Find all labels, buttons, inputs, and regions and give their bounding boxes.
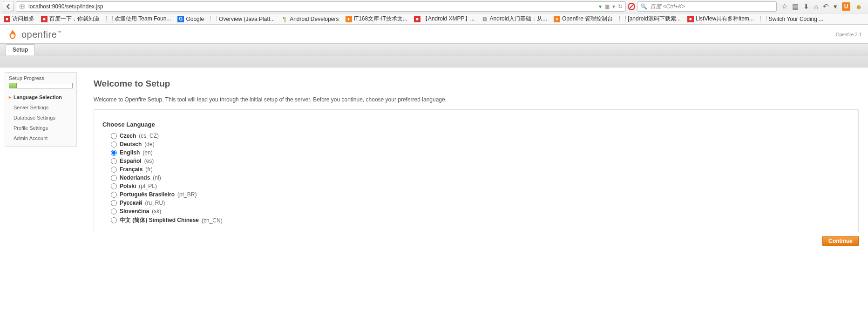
bookmark-label: 【Android XMPP】... bbox=[422, 15, 475, 23]
language-name: Русский bbox=[120, 200, 142, 206]
reload-icon[interactable]: ↻ bbox=[618, 3, 623, 10]
bookmark-favicon bbox=[106, 16, 113, 22]
search-bar[interactable]: 🔍 百度 <Ctrl+K> bbox=[637, 1, 777, 12]
bookmark-item[interactable]: Overview (Java Platf... bbox=[210, 16, 275, 22]
bookmark-item[interactable]: ♦IT168文库-IT技术文... bbox=[346, 15, 407, 23]
bookmark-item[interactable]: ■百度一下，你就知道 bbox=[41, 15, 100, 23]
bookmark-item[interactable]: ♦Openfire 管理控制台 bbox=[554, 15, 613, 23]
tab-bar: Setup bbox=[0, 43, 868, 55]
bookmark-item[interactable]: [android源码下载索... bbox=[619, 15, 680, 23]
progress-step[interactable]: Admin Account bbox=[9, 133, 73, 143]
language-option: Deutsch (de) bbox=[111, 140, 850, 148]
progress-step[interactable]: Server Settings bbox=[9, 102, 73, 113]
openfire-logo-icon bbox=[7, 28, 19, 40]
bookmark-label: Overview (Java Platf... bbox=[219, 16, 275, 22]
logo-text: openfire™ bbox=[21, 29, 61, 40]
language-radio[interactable] bbox=[111, 217, 117, 223]
language-radio[interactable] bbox=[111, 175, 117, 181]
home-icon[interactable]: ⌂ bbox=[814, 3, 818, 11]
language-code: (pt_BR) bbox=[177, 191, 197, 198]
progress-step[interactable]: Profile Settings bbox=[9, 123, 73, 133]
language-radio[interactable] bbox=[111, 158, 117, 164]
language-code: (zh_CN) bbox=[202, 217, 223, 224]
language-label[interactable]: 中文 (简体) Simplified Chinese (zh_CN) bbox=[111, 216, 850, 224]
choose-language-label: Choose Language bbox=[102, 121, 850, 128]
undo-icon[interactable]: ↶ bbox=[823, 2, 829, 11]
bookmark-item[interactable]: 欢迎使用 Team Foun... bbox=[106, 15, 171, 23]
sidebar: Setup Progress Language SelectionServer … bbox=[0, 67, 77, 255]
bookmark-item[interactable]: Switch Your Coding ... bbox=[760, 16, 823, 22]
bookmark-favicon: ¶ bbox=[281, 16, 288, 22]
language-name: Français bbox=[120, 166, 142, 173]
language-option: 中文 (简体) Simplified Chinese (zh_CN) bbox=[111, 215, 850, 225]
bookmark-label: ListView具有多种item... bbox=[696, 15, 754, 23]
bookmark-item[interactable]: ▥Android入门基础：从... bbox=[481, 15, 547, 23]
language-radio[interactable] bbox=[111, 167, 117, 173]
language-label[interactable]: Czech (cs_CZ) bbox=[111, 133, 850, 139]
continue-button[interactable]: Continue bbox=[822, 236, 859, 246]
language-name: Deutsch bbox=[120, 141, 142, 147]
download-icon[interactable]: ⬇ bbox=[803, 2, 809, 11]
bookmark-label: Switch Your Coding ... bbox=[769, 16, 823, 22]
bookmark-item[interactable]: GGoogle bbox=[177, 16, 204, 22]
language-option: Nederlands (nl) bbox=[111, 174, 850, 182]
bookmark-favicon: G bbox=[177, 16, 184, 22]
bookmark-item[interactable]: ¶Android Developers bbox=[281, 16, 339, 22]
bookmark-item[interactable]: ■【Android XMPP】... bbox=[414, 15, 475, 23]
language-option: Español (es) bbox=[111, 157, 850, 165]
face-icon[interactable]: ☻ bbox=[855, 3, 862, 11]
bookmark-favicon: ■ bbox=[687, 16, 694, 22]
language-label[interactable]: Polski (pl_PL) bbox=[111, 183, 850, 189]
language-radio[interactable] bbox=[111, 150, 117, 156]
language-name: English bbox=[120, 149, 140, 156]
language-code: (sk) bbox=[152, 208, 161, 214]
language-label[interactable]: Português Brasileiro (pt_BR) bbox=[111, 191, 850, 198]
browser-chrome: localhost:9090/setup/index.jsp ▾ ▦ ▾ ↻ 🔍… bbox=[0, 0, 868, 25]
language-radio[interactable] bbox=[111, 192, 117, 198]
bookmark-item[interactable]: ■ListView具有多种item... bbox=[687, 15, 754, 23]
language-radio[interactable] bbox=[111, 183, 117, 189]
language-name: Nederlands bbox=[120, 174, 150, 181]
back-button[interactable] bbox=[3, 1, 14, 12]
noscript-icon[interactable] bbox=[628, 3, 635, 10]
language-label[interactable]: Français (fr) bbox=[111, 166, 850, 173]
language-label[interactable]: Deutsch (de) bbox=[111, 141, 850, 147]
sidebar-title: Setup Progress bbox=[9, 75, 73, 81]
more-icon[interactable]: ▾ bbox=[834, 2, 837, 11]
language-label[interactable]: Slovenčina (sk) bbox=[111, 208, 850, 214]
language-label[interactable]: English (en) bbox=[111, 149, 850, 156]
bookmark-label: 欢迎使用 Team Foun... bbox=[115, 15, 171, 23]
bookmark-item[interactable]: ■访问最多 bbox=[4, 15, 34, 23]
bookmark-label: [android源码下载索... bbox=[628, 15, 680, 23]
language-code: (en) bbox=[142, 149, 152, 156]
language-option: Slovenčina (sk) bbox=[111, 207, 850, 215]
language-code: (ru_RU) bbox=[145, 200, 165, 206]
star-icon[interactable]: ☆ bbox=[781, 2, 787, 11]
app-header: openfire™ Openfire 3.1 bbox=[0, 25, 868, 43]
language-radio[interactable] bbox=[111, 208, 117, 214]
extension-icon[interactable]: U bbox=[842, 2, 850, 11]
progress-step[interactable]: Language Selection bbox=[9, 92, 73, 102]
bookmark-favicon: ♦ bbox=[554, 16, 560, 22]
library-icon[interactable]: ▤ bbox=[792, 2, 799, 11]
language-radio[interactable] bbox=[111, 200, 117, 206]
language-radio[interactable] bbox=[111, 141, 117, 147]
shield-icon: ▾ bbox=[599, 3, 602, 10]
progress-step[interactable]: Database Settings bbox=[9, 113, 73, 123]
tab-setup[interactable]: Setup bbox=[6, 44, 35, 55]
qr-icon[interactable]: ▦ bbox=[604, 3, 610, 10]
search-icon: 🔍 bbox=[640, 3, 647, 10]
page-title: Welcome to Setup bbox=[94, 79, 859, 89]
language-name: Czech bbox=[120, 133, 136, 139]
bookmark-label: IT168文库-IT技术文... bbox=[354, 15, 407, 23]
language-label[interactable]: Русский (ru_RU) bbox=[111, 200, 850, 206]
bookmark-label: 百度一下，你就知道 bbox=[49, 15, 100, 23]
bookmark-favicon: ▥ bbox=[481, 16, 488, 22]
language-label[interactable]: Nederlands (nl) bbox=[111, 174, 850, 181]
version-label: Openfire 3.1 bbox=[836, 32, 861, 37]
dropdown-icon[interactable]: ▾ bbox=[612, 3, 615, 10]
language-radio[interactable] bbox=[111, 133, 117, 139]
url-bar[interactable]: localhost:9090/setup/index.jsp ▾ ▦ ▾ ↻ bbox=[16, 1, 626, 12]
language-label[interactable]: Español (es) bbox=[111, 158, 850, 164]
bookmark-favicon: ■ bbox=[41, 16, 47, 22]
